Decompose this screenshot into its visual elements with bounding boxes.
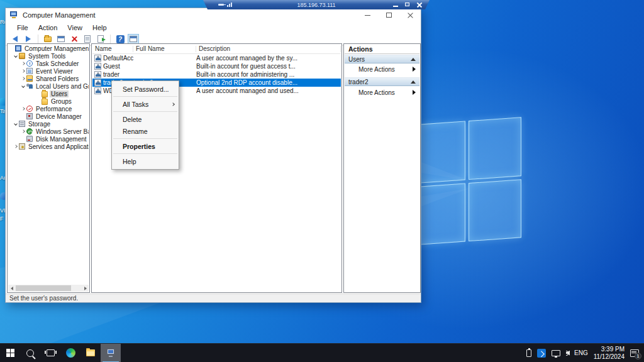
system-tray: ENG 3:39 PM 11/12/2024 1 xyxy=(526,346,644,360)
toolbar-separator xyxy=(110,35,111,43)
up-one-level-button[interactable] xyxy=(42,34,53,45)
title-bar[interactable]: Computer Management xyxy=(6,8,421,22)
performance-icon xyxy=(26,106,33,112)
rdp-restore-button[interactable] xyxy=(404,2,411,8)
menu-view[interactable]: View xyxy=(62,23,87,32)
chevron-right-icon[interactable] xyxy=(21,129,25,133)
network-display-icon[interactable] xyxy=(552,350,560,356)
tree-item-performance[interactable]: Performance xyxy=(8,105,89,112)
menu-file[interactable]: File xyxy=(12,23,33,32)
tree-item-users[interactable]: Users xyxy=(8,90,89,97)
forward-button[interactable] xyxy=(23,34,34,45)
more-actions-trader2[interactable]: More Actions xyxy=(345,87,419,97)
computer-management-window: Computer Management File Action View Hel… xyxy=(5,8,421,303)
chevron-down-icon[interactable] xyxy=(21,84,25,88)
actions-section-users[interactable]: Users xyxy=(345,55,419,63)
clock[interactable]: 3:39 PM 11/12/2024 xyxy=(594,346,625,360)
more-actions-users[interactable]: More Actions xyxy=(345,64,419,74)
windows-logo-wallpaper xyxy=(420,118,518,245)
tree-item-storage[interactable]: Storage xyxy=(8,120,89,128)
maximize-button[interactable] xyxy=(378,8,399,22)
tree-item-groups[interactable]: Groups xyxy=(8,97,89,105)
tree-item-local-users-and-groups[interactable]: Local Users and Groups xyxy=(8,82,89,90)
chevron-right-icon[interactable] xyxy=(21,77,25,80)
scroll-left-arrow[interactable] xyxy=(8,285,15,292)
tree-item-task-scheduler[interactable]: Task Scheduler xyxy=(8,60,89,67)
column-header-full-name[interactable]: Full Name xyxy=(133,45,196,53)
collapse-up-icon[interactable] xyxy=(411,80,416,84)
show-console-tree-button[interactable] xyxy=(55,34,67,45)
properties-sheet-icon xyxy=(84,35,91,43)
scroll-right-arrow[interactable] xyxy=(82,285,89,292)
column-header-description[interactable]: Description xyxy=(196,45,341,53)
delete-x-icon xyxy=(71,36,78,43)
task-view-button[interactable] xyxy=(40,344,60,362)
column-header-name[interactable]: Name xyxy=(92,45,133,53)
scrollbar-thumb[interactable] xyxy=(16,285,71,291)
user-row-trader[interactable]: trader Built-in account for administerin… xyxy=(92,70,341,79)
tree-item-windows-server-backup[interactable]: Windows Server Backup xyxy=(8,128,89,135)
menu-item-help[interactable]: Help xyxy=(112,155,179,167)
help-button[interactable]: ? xyxy=(114,34,126,45)
notification-badge: 1 xyxy=(635,353,641,359)
properties-button[interactable] xyxy=(82,34,93,45)
menu-item-all-tasks[interactable]: All Tasks xyxy=(112,98,179,110)
back-button[interactable] xyxy=(9,34,21,45)
horizontal-scrollbar[interactable] xyxy=(8,285,89,292)
tree-item-system-tools[interactable]: System Tools xyxy=(8,52,89,60)
menu-item-set-password[interactable]: Set Password... xyxy=(112,83,179,95)
chevron-right-icon[interactable] xyxy=(21,107,25,111)
file-explorer-button[interactable] xyxy=(80,344,101,362)
search-button[interactable] xyxy=(20,344,40,362)
close-button[interactable] xyxy=(399,8,421,22)
help-question-icon: ? xyxy=(116,35,125,43)
tree-item-disk-management[interactable]: Disk Management xyxy=(8,135,89,143)
minimize-button[interactable] xyxy=(357,8,378,22)
computer-management-icon xyxy=(106,349,115,357)
menu-bar: File Action View Help xyxy=(6,22,421,33)
chevron-down-icon[interactable] xyxy=(14,54,18,58)
delete-button[interactable] xyxy=(69,34,80,45)
language-indicator[interactable]: ENG xyxy=(574,349,588,356)
tree-item-computer-management[interactable]: Computer Management (Local) xyxy=(8,45,89,52)
user-row-guest[interactable]: Guest Built-in account for guest access … xyxy=(92,62,341,70)
tree-item-shared-folders[interactable]: Shared Folders xyxy=(8,75,89,82)
menu-action[interactable]: Action xyxy=(33,23,63,32)
rdp-close-button[interactable] xyxy=(416,2,423,8)
console-tree-panel: Computer Management (Local) System Tools… xyxy=(7,43,90,293)
actions-section-trader2[interactable]: trader2 xyxy=(345,77,419,86)
edge-button[interactable] xyxy=(60,344,80,362)
chevron-down-icon[interactable] xyxy=(14,122,18,126)
user-row-defaultaccount[interactable]: DefaultAcco... A user account managed by… xyxy=(92,54,341,62)
tree-item-device-manager[interactable]: Device Manager xyxy=(8,112,89,120)
computer-management-icon xyxy=(10,11,18,19)
usb-device-icon[interactable] xyxy=(526,349,531,357)
chevron-right-icon[interactable] xyxy=(21,62,25,65)
tree-item-services-and-applications[interactable]: Services and Applications xyxy=(8,143,89,150)
folder-up-icon xyxy=(44,36,52,42)
tree-item-event-viewer[interactable]: Event Viewer xyxy=(8,67,89,75)
menu-help[interactable]: Help xyxy=(87,23,112,32)
user-icon xyxy=(94,55,101,62)
menu-item-properties[interactable]: Properties xyxy=(112,140,179,152)
users-folder-icon xyxy=(42,91,48,97)
start-button[interactable] xyxy=(0,344,20,362)
computer-management-taskbar-button[interactable] xyxy=(101,344,121,362)
groups-folder-icon xyxy=(42,99,48,105)
windows-logo-icon xyxy=(6,349,14,357)
action-center-icon[interactable]: 1 xyxy=(630,349,639,357)
chevron-right-icon[interactable] xyxy=(14,145,18,148)
menu-item-rename[interactable]: Rename xyxy=(112,125,179,137)
remote-connection-icon[interactable] xyxy=(537,349,546,358)
chevron-right-icon[interactable] xyxy=(21,69,25,73)
collapse-up-icon[interactable] xyxy=(411,58,416,61)
export-list-icon xyxy=(97,35,104,43)
computer-icon xyxy=(15,45,21,52)
rdp-minimize-button[interactable] xyxy=(392,2,399,8)
export-list-button[interactable] xyxy=(95,34,106,45)
status-text: Set the user's password. xyxy=(9,295,78,302)
show-action-pane-button[interactable] xyxy=(128,34,139,45)
menu-separator xyxy=(113,96,177,97)
rdp-connection-bar: 185.196.73.111 xyxy=(203,0,430,9)
menu-item-delete[interactable]: Delete xyxy=(112,113,179,125)
